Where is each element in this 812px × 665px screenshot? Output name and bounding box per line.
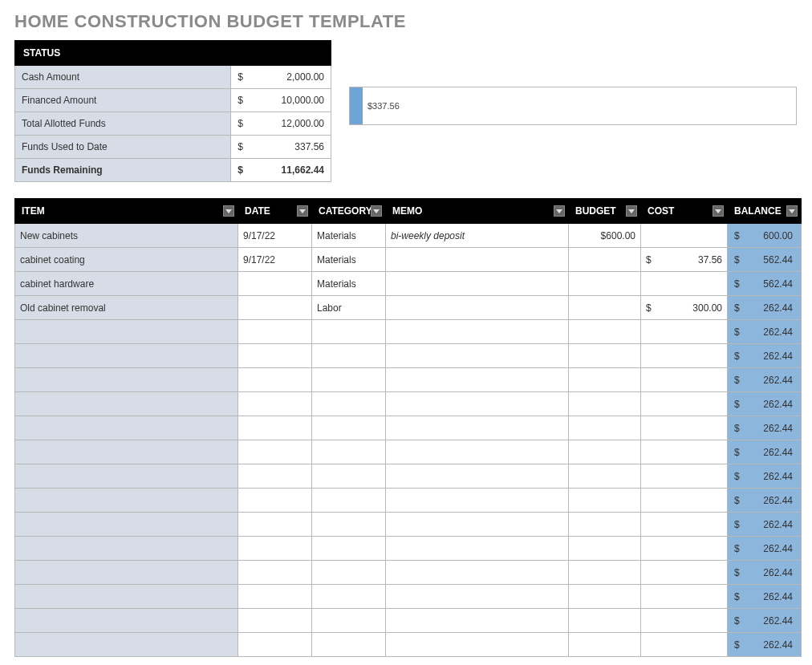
cell-date[interactable] [238,272,312,296]
cell-cost[interactable]: $37.56 [641,248,728,272]
cell-balance[interactable]: $262.44 [728,416,802,440]
cell-budget[interactable] [569,416,641,440]
cell-balance[interactable]: $262.44 [728,585,802,609]
cell-category[interactable]: Labor [312,296,386,320]
cell-balance[interactable]: $262.44 [728,320,802,344]
cell-date[interactable] [238,585,312,609]
cell-item[interactable] [15,368,238,392]
cell-memo[interactable] [386,537,569,561]
cell-memo[interactable] [386,272,569,296]
cell-budget[interactable] [569,609,641,633]
filter-icon[interactable] [554,205,565,217]
cell-budget[interactable] [569,320,641,344]
cell-date[interactable] [238,320,312,344]
cell-budget[interactable] [569,344,641,368]
cell-category[interactable] [312,633,386,657]
cell-budget[interactable] [569,464,641,489]
cell-budget[interactable] [569,537,641,561]
cell-item[interactable] [15,320,238,344]
status-label[interactable]: Total Allotted Funds [15,112,231,136]
status-label[interactable]: Funds Remaining [15,159,231,182]
cell-memo[interactable] [386,296,569,320]
cell-budget[interactable] [569,489,641,513]
header-balance[interactable]: BALANCE [728,199,802,224]
cell-item[interactable] [15,513,238,537]
cell-budget[interactable] [569,513,641,537]
cell-item[interactable]: New cabinets [15,224,238,248]
cell-cost[interactable] [641,609,728,633]
cell-cost[interactable] [641,513,728,537]
cell-memo[interactable] [386,320,569,344]
cell-item[interactable] [15,633,238,657]
cell-category[interactable] [312,537,386,561]
cell-budget[interactable]: $600.00 [569,224,641,248]
cell-item[interactable] [15,585,238,609]
cell-cost[interactable] [641,344,728,368]
cell-item[interactable]: cabinet coating [15,248,238,272]
cell-balance[interactable]: $262.44 [728,489,802,513]
header-budget[interactable]: BUDGET [569,199,641,224]
filter-icon[interactable] [297,205,308,217]
cell-budget[interactable] [569,272,641,296]
status-value[interactable]: $2,000.00 [231,66,331,89]
cell-category[interactable] [312,561,386,585]
cell-cost[interactable] [641,633,728,657]
status-label[interactable]: Cash Amount [15,66,231,89]
cell-date[interactable]: 9/17/22 [238,224,312,248]
filter-icon[interactable] [786,205,798,217]
cell-item[interactable] [15,440,238,464]
cell-memo[interactable] [386,416,569,440]
cell-item[interactable] [15,609,238,633]
cell-item[interactable] [15,392,238,416]
cell-balance[interactable]: $262.44 [728,609,802,633]
filter-icon[interactable] [371,205,382,217]
cell-date[interactable] [238,296,312,320]
cell-balance[interactable]: $262.44 [728,513,802,537]
cell-category[interactable]: Materials [312,224,386,248]
cell-balance[interactable]: $262.44 [728,392,802,416]
cell-balance[interactable]: $600.00 [728,224,802,248]
cell-balance[interactable]: $262.44 [728,440,802,464]
status-value[interactable]: $11,662.44 [231,159,331,182]
cell-category[interactable] [312,489,386,513]
cell-date[interactable]: 9/17/22 [238,248,312,272]
cell-category[interactable] [312,368,386,392]
cell-cost[interactable] [641,272,728,296]
cell-balance[interactable]: $262.44 [728,368,802,392]
cell-date[interactable] [238,464,312,489]
cell-balance[interactable]: $262.44 [728,464,802,489]
cell-budget[interactable] [569,248,641,272]
cell-date[interactable] [238,609,312,633]
status-label[interactable]: Financed Amount [15,89,231,112]
cell-balance[interactable]: $262.44 [728,296,802,320]
cell-category[interactable] [312,609,386,633]
cell-item[interactable] [15,537,238,561]
header-category[interactable]: CATEGORY [312,199,386,224]
cell-balance[interactable]: $262.44 [728,344,802,368]
cell-date[interactable] [238,368,312,392]
cell-category[interactable]: Materials [312,272,386,296]
cell-memo[interactable] [386,513,569,537]
cell-cost[interactable] [641,561,728,585]
cell-category[interactable] [312,416,386,440]
cell-balance[interactable]: $562.44 [728,272,802,296]
cell-balance[interactable]: $262.44 [728,561,802,585]
cell-cost[interactable] [641,224,728,248]
cell-category[interactable] [312,585,386,609]
cell-memo[interactable] [386,368,569,392]
cell-budget[interactable] [569,585,641,609]
cell-memo[interactable] [386,392,569,416]
cell-item[interactable] [15,489,238,513]
cell-category[interactable] [312,464,386,489]
cell-cost[interactable] [641,585,728,609]
cell-cost[interactable]: $300.00 [641,296,728,320]
cell-budget[interactable] [569,368,641,392]
cell-balance[interactable]: $262.44 [728,537,802,561]
cell-category[interactable] [312,392,386,416]
cell-date[interactable] [238,416,312,440]
cell-budget[interactable] [569,561,641,585]
cell-memo[interactable] [386,464,569,489]
filter-icon[interactable] [626,205,637,217]
cell-cost[interactable] [641,392,728,416]
cell-category[interactable] [312,440,386,464]
